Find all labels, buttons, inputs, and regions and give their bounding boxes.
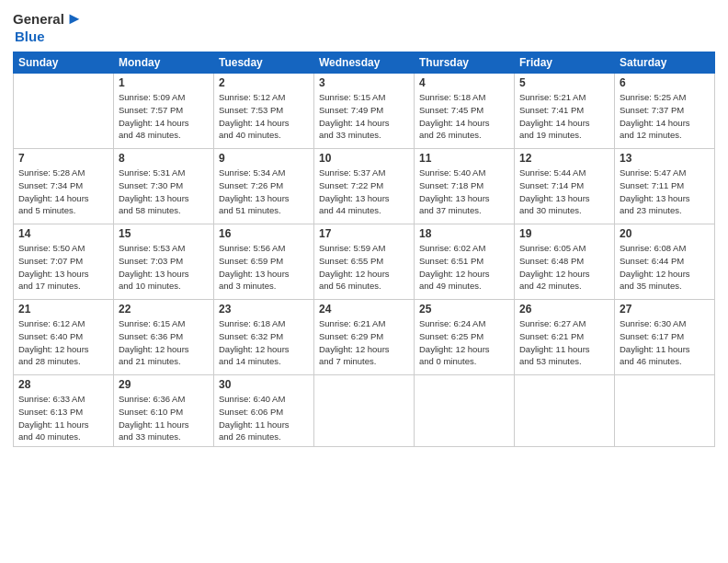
day-info: Sunrise: 5:12 AM Sunset: 7:53 PM Dayligh… bbox=[219, 91, 309, 142]
day-info: Sunrise: 6:12 AM Sunset: 6:40 PM Dayligh… bbox=[18, 317, 108, 368]
calendar-cell: 12Sunrise: 5:44 AM Sunset: 7:14 PM Dayli… bbox=[515, 149, 615, 224]
calendar-cell bbox=[615, 375, 715, 447]
calendar-header-row: SundayMondayTuesdayWednesdayThursdayFrid… bbox=[14, 52, 715, 74]
calendar-cell: 26Sunrise: 6:27 AM Sunset: 6:21 PM Dayli… bbox=[515, 300, 615, 375]
calendar-cell: 11Sunrise: 5:40 AM Sunset: 7:18 PM Dayli… bbox=[415, 149, 515, 224]
calendar-cell: 6Sunrise: 5:25 AM Sunset: 7:37 PM Daylig… bbox=[615, 74, 715, 149]
day-info: Sunrise: 5:53 AM Sunset: 7:03 PM Dayligh… bbox=[119, 242, 209, 293]
calendar-cell: 14Sunrise: 5:50 AM Sunset: 7:07 PM Dayli… bbox=[14, 224, 114, 300]
day-info: Sunrise: 6:36 AM Sunset: 6:10 PM Dayligh… bbox=[119, 393, 209, 443]
day-header-saturday: Saturday bbox=[615, 52, 715, 74]
day-number: 30 bbox=[219, 378, 309, 391]
day-info: Sunrise: 5:15 AM Sunset: 7:49 PM Dayligh… bbox=[319, 91, 409, 142]
day-number: 6 bbox=[620, 76, 710, 89]
day-info: Sunrise: 5:25 AM Sunset: 7:37 PM Dayligh… bbox=[620, 91, 710, 142]
day-number: 8 bbox=[119, 152, 209, 165]
day-info: Sunrise: 5:34 AM Sunset: 7:26 PM Dayligh… bbox=[219, 167, 309, 217]
calendar-cell: 28Sunrise: 6:33 AM Sunset: 6:13 PM Dayli… bbox=[14, 375, 114, 447]
calendar-week-row: 1Sunrise: 5:09 AM Sunset: 7:57 PM Daylig… bbox=[14, 74, 715, 149]
day-info: Sunrise: 5:59 AM Sunset: 6:55 PM Dayligh… bbox=[319, 242, 409, 293]
calendar-cell: 27Sunrise: 6:30 AM Sunset: 6:17 PM Dayli… bbox=[615, 300, 715, 375]
day-info: Sunrise: 5:40 AM Sunset: 7:18 PM Dayligh… bbox=[419, 167, 509, 217]
calendar-cell: 13Sunrise: 5:47 AM Sunset: 7:11 PM Dayli… bbox=[615, 149, 715, 224]
day-number: 22 bbox=[119, 303, 209, 316]
calendar-cell: 5Sunrise: 5:21 AM Sunset: 7:41 PM Daylig… bbox=[515, 74, 615, 149]
day-info: Sunrise: 6:24 AM Sunset: 6:25 PM Dayligh… bbox=[419, 317, 509, 368]
day-info: Sunrise: 6:40 AM Sunset: 6:06 PM Dayligh… bbox=[219, 393, 309, 443]
calendar-cell bbox=[14, 74, 114, 149]
calendar-cell: 2Sunrise: 5:12 AM Sunset: 7:53 PM Daylig… bbox=[214, 74, 314, 149]
day-number: 15 bbox=[119, 227, 209, 240]
day-number: 11 bbox=[419, 152, 509, 165]
day-info: Sunrise: 6:02 AM Sunset: 6:51 PM Dayligh… bbox=[419, 242, 509, 293]
day-number: 20 bbox=[620, 227, 710, 240]
day-number: 13 bbox=[620, 152, 710, 165]
day-info: Sunrise: 5:18 AM Sunset: 7:45 PM Dayligh… bbox=[419, 91, 509, 142]
day-info: Sunrise: 5:44 AM Sunset: 7:14 PM Dayligh… bbox=[519, 167, 609, 217]
day-header-wednesday: Wednesday bbox=[314, 52, 415, 74]
calendar-cell bbox=[314, 375, 415, 447]
logo-text-general: General bbox=[13, 11, 64, 27]
day-info: Sunrise: 6:30 AM Sunset: 6:17 PM Dayligh… bbox=[620, 317, 710, 368]
page-header: General ► Blue bbox=[13, 9, 715, 44]
day-number: 9 bbox=[219, 152, 309, 165]
day-number: 1 bbox=[119, 76, 209, 89]
calendar-cell: 9Sunrise: 5:34 AM Sunset: 7:26 PM Daylig… bbox=[214, 149, 314, 224]
calendar-cell: 20Sunrise: 6:08 AM Sunset: 6:44 PM Dayli… bbox=[615, 224, 715, 300]
day-number: 14 bbox=[18, 227, 108, 240]
calendar-cell bbox=[415, 375, 515, 447]
logo-text-blue: Blue bbox=[15, 29, 45, 44]
day-info: Sunrise: 6:27 AM Sunset: 6:21 PM Dayligh… bbox=[519, 317, 609, 368]
day-header-thursday: Thursday bbox=[415, 52, 515, 74]
calendar-week-row: 28Sunrise: 6:33 AM Sunset: 6:13 PM Dayli… bbox=[14, 375, 715, 447]
calendar-cell: 16Sunrise: 5:56 AM Sunset: 6:59 PM Dayli… bbox=[214, 224, 314, 300]
day-header-tuesday: Tuesday bbox=[214, 52, 314, 74]
calendar-cell: 18Sunrise: 6:02 AM Sunset: 6:51 PM Dayli… bbox=[415, 224, 515, 300]
day-info: Sunrise: 5:21 AM Sunset: 7:41 PM Dayligh… bbox=[519, 91, 609, 142]
day-info: Sunrise: 6:33 AM Sunset: 6:13 PM Dayligh… bbox=[18, 393, 108, 443]
day-info: Sunrise: 6:05 AM Sunset: 6:48 PM Dayligh… bbox=[519, 242, 609, 293]
day-info: Sunrise: 5:09 AM Sunset: 7:57 PM Dayligh… bbox=[119, 91, 209, 142]
calendar-cell: 30Sunrise: 6:40 AM Sunset: 6:06 PM Dayli… bbox=[214, 375, 314, 447]
calendar-cell: 8Sunrise: 5:31 AM Sunset: 7:30 PM Daylig… bbox=[114, 149, 214, 224]
day-number: 3 bbox=[319, 76, 409, 89]
day-info: Sunrise: 6:15 AM Sunset: 6:36 PM Dayligh… bbox=[119, 317, 209, 368]
day-number: 21 bbox=[18, 303, 108, 316]
day-number: 26 bbox=[519, 303, 609, 316]
day-header-friday: Friday bbox=[515, 52, 615, 74]
day-number: 27 bbox=[620, 303, 710, 316]
calendar-cell: 7Sunrise: 5:28 AM Sunset: 7:34 PM Daylig… bbox=[14, 149, 114, 224]
day-number: 24 bbox=[319, 303, 409, 316]
calendar-week-row: 7Sunrise: 5:28 AM Sunset: 7:34 PM Daylig… bbox=[14, 149, 715, 224]
day-number: 18 bbox=[419, 227, 509, 240]
day-number: 17 bbox=[319, 227, 409, 240]
day-header-monday: Monday bbox=[114, 52, 214, 74]
calendar-cell bbox=[515, 375, 615, 447]
day-info: Sunrise: 5:28 AM Sunset: 7:34 PM Dayligh… bbox=[18, 167, 108, 217]
day-number: 10 bbox=[319, 152, 409, 165]
calendar-cell: 4Sunrise: 5:18 AM Sunset: 7:45 PM Daylig… bbox=[415, 74, 515, 149]
calendar-cell: 15Sunrise: 5:53 AM Sunset: 7:03 PM Dayli… bbox=[114, 224, 214, 300]
day-info: Sunrise: 6:18 AM Sunset: 6:32 PM Dayligh… bbox=[219, 317, 309, 368]
calendar-cell: 24Sunrise: 6:21 AM Sunset: 6:29 PM Dayli… bbox=[314, 300, 415, 375]
calendar-cell: 23Sunrise: 6:18 AM Sunset: 6:32 PM Dayli… bbox=[214, 300, 314, 375]
logo-icon: ► bbox=[66, 9, 83, 29]
calendar-week-row: 14Sunrise: 5:50 AM Sunset: 7:07 PM Dayli… bbox=[14, 224, 715, 300]
calendar-cell: 29Sunrise: 6:36 AM Sunset: 6:10 PM Dayli… bbox=[114, 375, 214, 447]
calendar-cell: 1Sunrise: 5:09 AM Sunset: 7:57 PM Daylig… bbox=[114, 74, 214, 149]
day-header-sunday: Sunday bbox=[14, 52, 114, 74]
day-number: 12 bbox=[519, 152, 609, 165]
calendar-cell: 25Sunrise: 6:24 AM Sunset: 6:25 PM Dayli… bbox=[415, 300, 515, 375]
calendar-cell: 19Sunrise: 6:05 AM Sunset: 6:48 PM Dayli… bbox=[515, 224, 615, 300]
day-number: 16 bbox=[219, 227, 309, 240]
calendar-cell: 10Sunrise: 5:37 AM Sunset: 7:22 PM Dayli… bbox=[314, 149, 415, 224]
day-number: 28 bbox=[18, 378, 108, 391]
day-info: Sunrise: 5:47 AM Sunset: 7:11 PM Dayligh… bbox=[620, 167, 710, 217]
day-info: Sunrise: 5:50 AM Sunset: 7:07 PM Dayligh… bbox=[18, 242, 108, 293]
calendar-cell: 17Sunrise: 5:59 AM Sunset: 6:55 PM Dayli… bbox=[314, 224, 415, 300]
day-number: 7 bbox=[18, 152, 108, 165]
calendar-cell: 21Sunrise: 6:12 AM Sunset: 6:40 PM Dayli… bbox=[14, 300, 114, 375]
logo: General ► Blue bbox=[13, 9, 83, 44]
day-number: 25 bbox=[419, 303, 509, 316]
day-info: Sunrise: 5:37 AM Sunset: 7:22 PM Dayligh… bbox=[319, 167, 409, 217]
